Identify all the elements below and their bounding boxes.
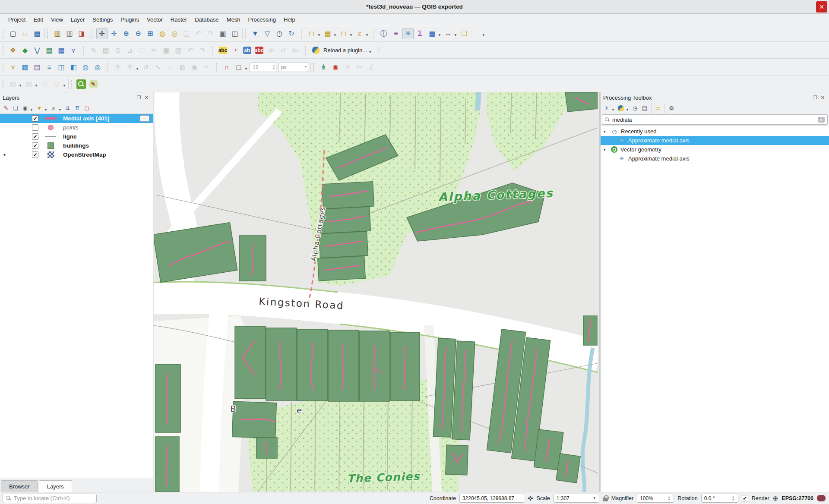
new-project-button[interactable]: ▢ <box>7 28 19 39</box>
pan-to-selection-button[interactable]: ✛ <box>108 28 120 39</box>
layer-row-ligne[interactable]: ✔ ligne <box>0 132 153 141</box>
zoom-to-selection-button[interactable]: ◎ <box>169 28 180 39</box>
pin-labels-button[interactable]: ab <box>241 45 253 56</box>
menu-plugins[interactable]: Plugins <box>117 15 143 24</box>
add-postgis-layer-button[interactable]: ◫ <box>56 62 67 73</box>
topological-editing-button[interactable]: ⋔ <box>318 62 329 73</box>
menu-raster[interactable]: Raster <box>167 15 191 24</box>
deselect-features-button[interactable]: ◻ <box>338 28 349 39</box>
select-features-by-value-button[interactable]: ▤ <box>322 28 333 39</box>
menu-processing[interactable]: Processing <box>244 15 280 24</box>
filter-legend-dropdown-icon[interactable]: ▼ <box>44 108 47 112</box>
map-tips-button[interactable]: ❑ <box>459 28 470 39</box>
new-vector-layer-button[interactable]: ⋎ <box>68 45 79 56</box>
models-menu-dropdown-icon[interactable]: ▼ <box>611 108 615 112</box>
lock-scale-icon[interactable] <box>603 498 608 501</box>
add-mesh-layer-button[interactable]: ▤ <box>32 62 43 73</box>
toolbar-grip[interactable] <box>3 46 5 55</box>
coordinate-input[interactable]: 322045.05, 129688.67 <box>459 494 524 503</box>
remove-layer-button[interactable]: ◻ <box>82 104 91 113</box>
zoom-in-button[interactable]: ⊕ <box>120 28 132 39</box>
add-group-button[interactable]: ❏ <box>11 104 20 113</box>
refresh-map-button[interactable]: ↻ <box>286 28 297 39</box>
toolbar-grip[interactable] <box>83 46 86 55</box>
open-attribute-table-dropdown-icon[interactable]: ▼ <box>438 33 441 37</box>
filter-legend-button[interactable]: ▼ <box>35 104 44 113</box>
python-scripts-menu-button[interactable] <box>617 104 625 113</box>
manage-map-themes-dropdown-icon[interactable]: ▼ <box>30 108 33 112</box>
select-by-expression-dropdown-icon[interactable]: ▼ <box>365 33 369 37</box>
menu-layer[interactable]: Layer <box>67 15 89 24</box>
models-menu-button[interactable]: ✳ <box>602 104 611 113</box>
expand-all-button[interactable]: ⇊ <box>63 104 72 113</box>
rotation-spinbox[interactable]: 0.0 ° ▴▾ <box>701 494 738 503</box>
toolbar-grip[interactable] <box>245 29 247 38</box>
save-project-button[interactable]: ▤ <box>32 28 43 39</box>
snapping-options-button[interactable]: ∩ <box>221 62 232 73</box>
spin-arrows-icon[interactable]: ▴▾ <box>668 495 671 501</box>
temporal-controller-button[interactable]: ◷ <box>274 28 285 39</box>
identify-features-button[interactable]: ⓘ <box>378 28 389 39</box>
float-panel-icon[interactable]: ❐ <box>811 95 819 101</box>
new-print-layout-button[interactable]: ▥ <box>52 28 63 39</box>
data-source-manager-button[interactable]: ❖ <box>7 45 19 56</box>
check-geometries-dropdown-icon[interactable]: ▼ <box>19 84 22 88</box>
deselect-features-dropdown-icon[interactable]: ▼ <box>349 33 353 37</box>
layer-checkbox[interactable]: ✔ <box>32 151 38 158</box>
menu-project[interactable]: Project <box>4 15 29 24</box>
select-features-by-value-dropdown-icon[interactable]: ▼ <box>333 33 337 37</box>
add-xyz-layer-button[interactable]: ◎ <box>92 62 103 73</box>
layer-checkbox[interactable] <box>32 124 38 131</box>
toolbar-grip[interactable] <box>212 46 215 55</box>
select-features-button[interactable]: ◻ <box>306 28 317 39</box>
measure-line-dropdown-icon[interactable]: ▼ <box>454 33 457 37</box>
snap-unit-combobox[interactable]: px▾ <box>278 63 308 72</box>
float-panel-icon[interactable]: ❐ <box>135 95 143 101</box>
fix-geometries-dropdown-icon[interactable]: ▼ <box>35 84 38 88</box>
toolbar-grip[interactable] <box>3 80 5 88</box>
scale-combobox[interactable]: 1:307 ▼ <box>554 494 599 503</box>
toolbar-grip[interactable] <box>3 29 5 38</box>
osm-edit-plugin-button[interactable]: ✎ <box>88 79 99 90</box>
map-canvas[interactable]: Alpha Cottages Alpha Cottages Kingston R… <box>154 92 599 492</box>
menu-settings[interactable]: Settings <box>89 15 117 24</box>
close-panel-icon[interactable]: ✕ <box>819 95 826 101</box>
history-button[interactable]: ◷ <box>631 104 639 113</box>
open-attribute-table-button[interactable]: ▦ <box>427 28 438 39</box>
processing-toolbox-button[interactable]: ✳ <box>402 28 414 39</box>
crs-indicator[interactable]: EPSG:27700 <box>782 495 813 501</box>
layer-labeling-button[interactable]: abc <box>217 45 228 56</box>
pan-map-button[interactable]: ✛ <box>96 28 108 39</box>
spin-arrows-icon[interactable]: ▴▾ <box>732 495 735 501</box>
collapse-all-button[interactable]: ⇈ <box>73 104 82 113</box>
close-panel-icon[interactable]: ✕ <box>143 95 150 101</box>
clear-search-icon[interactable]: ✕ <box>818 117 825 123</box>
python-plugin-menu-button[interactable] <box>310 45 321 56</box>
add-delimited-text-layer-button[interactable]: ≡ <box>44 62 55 73</box>
new-geopackage-layer-button[interactable]: ◆ <box>19 45 31 56</box>
manage-map-themes-button[interactable]: ◉ <box>21 104 29 113</box>
results-viewer-button[interactable]: ▤ <box>640 104 649 113</box>
avoid-overlap-button[interactable]: ◉ <box>330 62 341 73</box>
render-checkbox[interactable]: ✔ <box>742 495 748 501</box>
new-mesh-layer-button[interactable]: ▤ <box>44 45 55 56</box>
layer-checkbox[interactable]: ✔ <box>32 115 38 122</box>
toolbar-grip[interactable] <box>3 63 5 72</box>
layer-row-buildings[interactable]: ✔ buildings <box>0 141 153 150</box>
toolbar-grip[interactable] <box>216 63 219 72</box>
show-sum-statistics-button[interactable]: Σ <box>414 28 426 39</box>
style-manager-button[interactable]: ◨ <box>76 28 87 39</box>
globe-crs-icon[interactable]: ⊕ <box>773 495 778 502</box>
tab-layers[interactable]: Layers <box>39 480 72 492</box>
layer-checkbox[interactable]: ✔ <box>32 142 38 149</box>
spin-arrows-icon[interactable]: ▾ <box>305 66 308 69</box>
messages-bubble-icon[interactable] <box>817 495 826 501</box>
reload-plugin-dropdown-icon[interactable]: ▼ <box>368 50 372 54</box>
open-project-button[interactable]: ▱ <box>19 28 31 39</box>
python-scripts-menu-dropdown-icon[interactable]: ▼ <box>626 108 629 112</box>
add-raster-layer-button[interactable]: ▦ <box>19 62 31 73</box>
locate-input[interactable]: Type to locate (Ctrl+K) <box>3 494 97 503</box>
tree-group-recently-used[interactable]: ▾ ◷ Recently used <box>601 127 829 136</box>
zoom-out-button[interactable]: ⊖ <box>133 28 144 39</box>
spin-arrows-icon[interactable]: ▴▾ <box>273 64 276 70</box>
